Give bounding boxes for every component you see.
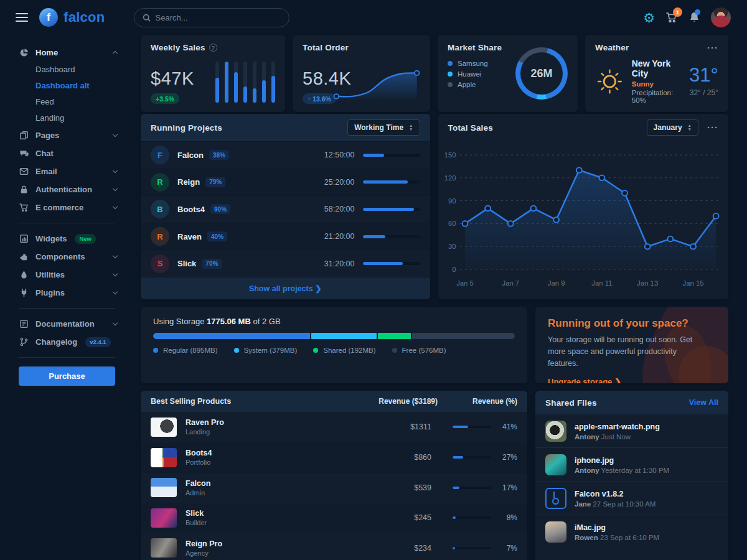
hamburger-menu-icon[interactable] bbox=[16, 13, 28, 22]
weekly-sales-value: $47K bbox=[151, 68, 194, 89]
project-row: F Falcon 38% 12:50:00 bbox=[141, 141, 430, 169]
project-name-link[interactable]: Slick bbox=[177, 259, 196, 268]
sidebar-item-widgets[interactable]: Widgets New bbox=[0, 230, 131, 248]
search-input[interactable] bbox=[156, 13, 281, 22]
project-row: R Raven 40% 21:20:00 bbox=[141, 223, 430, 250]
product-percent-bar bbox=[453, 426, 491, 428]
settings-gear-icon[interactable]: ⚙ bbox=[643, 11, 655, 24]
project-name-link[interactable]: Raven bbox=[177, 232, 202, 241]
product-percent: 41% bbox=[491, 422, 517, 431]
product-name-link[interactable]: Boots4 bbox=[186, 449, 358, 457]
sidebar-item-documentation[interactable]: Documentation bbox=[0, 315, 131, 333]
sidebar-item-utilities[interactable]: Utilities bbox=[0, 266, 131, 284]
product-name-link[interactable]: Raven Pro bbox=[186, 418, 358, 427]
puzzle-icon bbox=[19, 252, 29, 261]
notifications-bell-icon[interactable] bbox=[688, 11, 700, 24]
chevron-down-icon bbox=[113, 320, 118, 325]
total-order-card: Total Order 58.4K ↑ 13.6% bbox=[293, 35, 430, 112]
upgrade-space-card: Running out of your space? Your storage … bbox=[535, 307, 728, 383]
working-time-select[interactable]: Working Time ▲▼ bbox=[347, 119, 420, 136]
sidebar-item-dashboard-alt[interactable]: Dashboard alt bbox=[0, 78, 131, 94]
product-category: Agency bbox=[186, 549, 358, 557]
svg-text:Jan 9: Jan 9 bbox=[547, 279, 565, 287]
sidebar-item-authentication[interactable]: Authentication bbox=[0, 180, 131, 198]
project-name-link[interactable]: Boots4 bbox=[177, 205, 205, 214]
email-icon bbox=[19, 167, 29, 176]
storage-segment bbox=[412, 333, 515, 339]
market-share-title: Market Share bbox=[448, 43, 502, 52]
file-thumbnail bbox=[545, 488, 566, 509]
cart-badge: 1 bbox=[673, 7, 682, 17]
shared-files-title: Shared Files bbox=[545, 398, 597, 408]
product-name-link[interactable]: Reign Pro bbox=[186, 539, 358, 548]
sidebar-item-email[interactable]: Email bbox=[0, 162, 131, 180]
chart-pie-icon bbox=[19, 48, 29, 57]
more-menu-icon[interactable]: ··· bbox=[707, 46, 718, 50]
sidebar-item-dashboard[interactable]: Dashboard bbox=[0, 62, 131, 78]
show-all-projects-link[interactable]: Show all projects ❯ bbox=[141, 277, 430, 299]
svg-text:Jan 15: Jan 15 bbox=[682, 279, 703, 287]
sidebar-item-feed[interactable]: Feed bbox=[0, 94, 131, 110]
legend-dot bbox=[448, 82, 453, 87]
cart-icon[interactable]: 1 bbox=[665, 11, 678, 24]
sidebar-item-changelog[interactable]: Changelog v2.4.1 bbox=[0, 333, 131, 351]
weekly-sales-bar-chart bbox=[215, 62, 275, 103]
sidebar-item-plugins[interactable]: Plugins bbox=[0, 284, 131, 302]
product-name-link[interactable]: Slick bbox=[186, 509, 358, 518]
sort-arrows-icon: ▲▼ bbox=[688, 124, 692, 131]
product-price: $245 bbox=[358, 513, 431, 522]
bar bbox=[271, 62, 275, 103]
total-sales-line-chart: 0306090120150Jan 5Jan 7Jan 9Jan 11Jan 13… bbox=[442, 142, 724, 297]
file-owner: Jane bbox=[575, 500, 591, 508]
shared-files-header: Shared Files View All bbox=[535, 391, 728, 414]
storage-segment bbox=[311, 333, 378, 339]
storage-legend: Regular (895MB) System (379MB) Shared (1… bbox=[153, 347, 515, 354]
file-name-link[interactable]: Falcon v1.8.2 bbox=[575, 490, 655, 498]
weather-precipitation: Precipitation: 50% bbox=[632, 89, 682, 104]
file-name-link[interactable]: apple-smart-watch.png bbox=[575, 422, 660, 431]
project-percent-badge: 79% bbox=[205, 177, 225, 187]
product-row: Raven Pro Landing $1311 41% bbox=[141, 412, 527, 442]
product-thumbnail bbox=[151, 508, 177, 528]
svg-text:0: 0 bbox=[452, 266, 456, 273]
user-avatar[interactable] bbox=[711, 7, 731, 27]
chevron-down-icon bbox=[113, 186, 118, 191]
sidebar-item-home[interactable]: Home bbox=[0, 44, 131, 62]
weather-title: Weather bbox=[595, 43, 629, 52]
svg-text:Jan 7: Jan 7 bbox=[502, 279, 519, 287]
bar bbox=[243, 62, 247, 103]
sidebar-item-pages[interactable]: Pages bbox=[0, 126, 131, 144]
product-percent-fill bbox=[453, 547, 455, 549]
purchase-button[interactable]: Purchase bbox=[19, 366, 115, 386]
running-projects-title: Running Projects bbox=[151, 123, 222, 133]
file-name-link[interactable]: iMac.jpg bbox=[575, 523, 659, 532]
file-thumbnail bbox=[545, 421, 566, 442]
project-name-link[interactable]: Reign bbox=[177, 177, 200, 187]
upgrade-storage-link[interactable]: Upgrade storage ❯ bbox=[548, 377, 621, 383]
sidebar-item-ecommerce[interactable]: E commerce bbox=[0, 198, 131, 217]
brand-logo[interactable]: f falcon bbox=[39, 8, 105, 27]
help-icon[interactable]: ? bbox=[209, 44, 217, 52]
svg-text:Jan 5: Jan 5 bbox=[456, 279, 474, 287]
product-category: Portfolio bbox=[186, 459, 358, 466]
sidebar-item-chat[interactable]: Chat bbox=[0, 144, 131, 162]
product-price: $1311 bbox=[358, 422, 431, 431]
file-name-link[interactable]: iphone.jpg bbox=[575, 456, 669, 465]
revenue-percent-column-header: Revenue (%) bbox=[438, 397, 517, 406]
product-percent-fill bbox=[453, 487, 459, 489]
weather-city: New York City bbox=[632, 58, 682, 78]
sidebar-item-landing[interactable]: Landing bbox=[0, 110, 131, 126]
product-name-link[interactable]: Falcon bbox=[186, 479, 358, 488]
more-menu-icon[interactable]: ··· bbox=[707, 126, 718, 129]
project-name-link[interactable]: Falcon bbox=[177, 151, 204, 160]
project-progress-bar bbox=[363, 208, 420, 211]
svg-text:150: 150 bbox=[444, 151, 456, 159]
weekly-sales-title: Weekly Sales bbox=[151, 43, 205, 52]
project-percent-badge: 38% bbox=[209, 150, 229, 160]
view-all-link[interactable]: View All bbox=[689, 398, 718, 407]
sidebar-item-components[interactable]: Components bbox=[0, 248, 131, 266]
project-progress-bar bbox=[363, 262, 420, 265]
project-time: 12:50:00 bbox=[324, 151, 355, 159]
legend-dot bbox=[313, 348, 318, 353]
month-select[interactable]: January ▲▼ bbox=[647, 119, 698, 136]
